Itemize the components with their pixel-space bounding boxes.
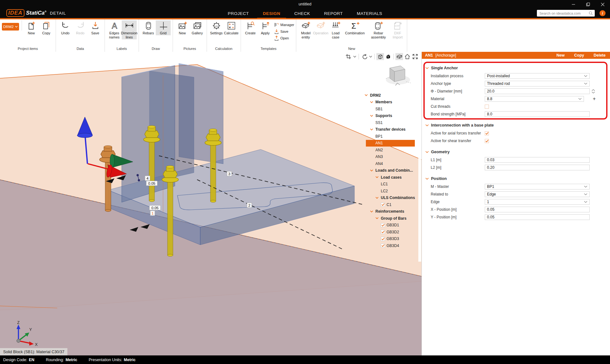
tree-item-an1-selected[interactable]: AN1	[361, 140, 419, 147]
shear-transfer-checkbox[interactable]	[485, 139, 489, 143]
tab-check[interactable]: CHECK	[294, 9, 310, 18]
template-save-button[interactable]: Save	[274, 28, 294, 35]
bond-strength-input[interactable]: 8.0	[485, 111, 590, 117]
redo-button[interactable]: Redo	[73, 20, 88, 35]
template-manager-button[interactable]: Manager	[274, 22, 294, 28]
tree-item-lc2[interactable]: LC2	[361, 188, 419, 195]
nav-cube[interactable]	[385, 63, 411, 87]
dimension-lines-button[interactable]: Dimensionlines	[122, 20, 137, 39]
section-header-position[interactable]: Position	[422, 175, 610, 183]
calculate-button[interactable]: +−×÷ Calculate	[224, 20, 239, 35]
master-dropdown[interactable]: BP1	[485, 184, 590, 189]
checkbox-checked[interactable]	[381, 237, 385, 241]
dxf-import-button[interactable]: DXF DXFImport	[390, 20, 405, 39]
checkbox-checked[interactable]	[381, 230, 385, 234]
operation-button[interactable]: Operation	[313, 20, 328, 35]
info-icon[interactable]: i	[600, 10, 606, 16]
section-header-single-anchor[interactable]: Single Anchor	[422, 64, 610, 72]
related-to-dropdown[interactable]: Edge	[485, 191, 590, 197]
home-view-button[interactable]	[403, 53, 411, 60]
chevron-down-icon[interactable]	[375, 176, 381, 178]
material-dropdown[interactable]: 8.8	[485, 96, 584, 102]
grid-button[interactable]: Grid	[156, 20, 171, 35]
template-create-button[interactable]: Create	[243, 20, 258, 35]
close-button[interactable]	[595, 0, 610, 9]
tree-item-lc1[interactable]: LC1	[361, 181, 419, 188]
edge-dropdown[interactable]: 1	[485, 199, 590, 205]
panel-new-button[interactable]: New	[557, 53, 565, 58]
l2-input[interactable]: 0.20	[485, 165, 590, 170]
tree-item-members[interactable]: Members	[361, 99, 419, 106]
chevron-down-icon[interactable]	[365, 94, 370, 96]
tree-item-gb3d3[interactable]: GB3D3	[361, 236, 419, 243]
x-position-input[interactable]: 0.05	[485, 207, 590, 212]
diameter-input[interactable]: 20.0	[485, 88, 590, 94]
tree-item-c1[interactable]: C1	[361, 201, 419, 208]
cut-threads-checkbox[interactable]	[485, 105, 489, 109]
gallery-button[interactable]: Gallery	[190, 20, 205, 35]
settings-button[interactable]: </> Settings	[209, 20, 224, 35]
chevron-down-icon[interactable]	[370, 210, 375, 213]
minimize-button[interactable]	[566, 0, 581, 9]
tab-design[interactable]: DESIGN	[263, 9, 280, 18]
tree-item-gb3d2[interactable]: GB3D2	[361, 229, 419, 236]
tree-item-reinforcements[interactable]: Reinforcements	[361, 208, 419, 215]
chevron-down-icon[interactable]	[370, 101, 375, 103]
tree-item-ss1[interactable]: SS1	[361, 119, 419, 126]
template-open-button[interactable]: Open	[274, 35, 294, 41]
search-input[interactable]	[537, 11, 589, 15]
tree-item-gb3d1[interactable]: GB3D1	[361, 222, 419, 229]
y-position-input[interactable]: 0.05	[485, 214, 590, 220]
tree-item-drm2[interactable]: DRM2	[361, 92, 419, 99]
search-box[interactable]	[537, 10, 595, 17]
panel-copy-button[interactable]: Copy	[574, 53, 584, 58]
panel-delete-button[interactable]: Delete	[593, 53, 606, 58]
tree-item-group-of-bars[interactable]: Group of Bars	[361, 215, 419, 222]
installation-process-dropdown[interactable]: Post-installed	[485, 73, 590, 79]
chevron-down-icon[interactable]	[375, 197, 381, 199]
chevron-down-icon[interactable]	[370, 128, 375, 131]
template-apply-button[interactable]: Apply	[258, 20, 273, 35]
tree-item-an3[interactable]: AN3	[361, 154, 419, 161]
chevron-down-icon[interactable]	[370, 115, 375, 117]
section-view-button[interactable]	[395, 53, 403, 60]
checkbox-checked[interactable]	[381, 244, 385, 248]
add-material-button[interactable]: +	[593, 96, 596, 101]
y-dimension-label[interactable]: 0.05	[149, 205, 161, 210]
rotate-view-dropdown[interactable]	[368, 53, 373, 60]
maximize-button[interactable]	[581, 0, 595, 9]
new-picture-button[interactable]: New	[175, 20, 190, 35]
solid-view-button[interactable]	[384, 53, 392, 60]
wireframe-view-button[interactable]	[376, 53, 384, 60]
chevron-down-icon[interactable]	[375, 217, 381, 219]
model-entity-button[interactable]: Modelentity	[298, 20, 313, 39]
tab-report[interactable]: REPORT	[324, 9, 343, 18]
copy-project-item-button[interactable]: Copy	[39, 20, 54, 35]
x-dimension-label[interactable]: 0.05	[146, 181, 157, 186]
fullscreen-button[interactable]	[411, 53, 419, 60]
rebars-button[interactable]: Rebars	[141, 20, 156, 35]
edges-names-button[interactable]: A Edgesnames	[107, 20, 122, 39]
checkbox-checked[interactable]	[381, 223, 385, 227]
checkbox-checked[interactable]	[381, 203, 385, 207]
tree-item-an2[interactable]: AN2	[361, 147, 419, 154]
tab-project[interactable]: PROJECT	[228, 9, 249, 18]
section-header-geometry[interactable]: Geometry	[422, 148, 610, 156]
undo-button[interactable]: Undo	[58, 20, 73, 35]
anchor-type-dropdown[interactable]: Threaded rod	[485, 81, 590, 86]
save-button[interactable]: Save	[88, 20, 103, 35]
tree-item-uls-combinations[interactable]: ULS Combinations	[361, 195, 419, 202]
section-header-interconnection[interactable]: Interconnection with a base plate	[422, 121, 610, 129]
rebar-assembly-button[interactable]: Rebarassembly	[367, 20, 390, 39]
new-project-item-button[interactable]: New	[24, 20, 39, 35]
crop-view-dropdown[interactable]	[353, 53, 357, 60]
rotate-view-button[interactable]	[360, 53, 368, 60]
tree-item-an4[interactable]: AN4	[361, 160, 419, 167]
tree-item-load-cases[interactable]: Load cases	[361, 174, 419, 181]
tree-item-sb1[interactable]: SB1	[361, 106, 419, 113]
tree-item-bp1[interactable]: BP1	[361, 133, 419, 140]
viewport-3d[interactable]: 4 0.05 0.05 1 3 2 Z Y X	[0, 52, 422, 355]
tree-item-supports[interactable]: Supports	[361, 113, 419, 120]
tab-materials[interactable]: MATERIALS	[357, 9, 382, 18]
tree-item-loads[interactable]: Loads and Combin...	[361, 167, 419, 174]
